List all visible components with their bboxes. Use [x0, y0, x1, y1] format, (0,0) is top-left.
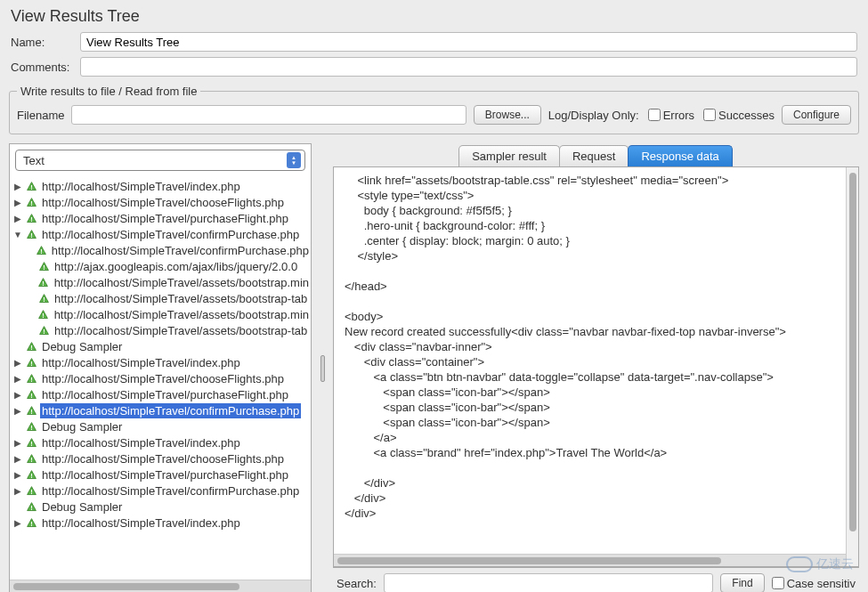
disclosure-icon[interactable]: ▶: [13, 438, 22, 448]
svg-text:!: !: [30, 471, 32, 479]
disclosure-icon[interactable]: ▶: [13, 182, 22, 191]
svg-text:!: !: [43, 311, 45, 319]
tree-item[interactable]: !http://localhost/SimpleTravel/assets/bo…: [10, 274, 311, 290]
disclosure-icon[interactable]: ▶: [13, 454, 22, 464]
svg-text:!: !: [30, 375, 32, 383]
tree-item[interactable]: !http://ajax.googleapis.com/ajax/libs/jq…: [10, 258, 311, 274]
filename-field[interactable]: [71, 105, 466, 125]
sample-success-icon: !: [25, 468, 37, 481]
disclosure-icon[interactable]: ▶: [13, 406, 22, 416]
successes-checkbox[interactable]: Successes: [703, 109, 775, 122]
tree-item[interactable]: ▼!http://localhost/SimpleTravel/confirmP…: [10, 226, 311, 242]
tree-item-label: http://localhost/SimpleTravel/index.php: [40, 179, 242, 194]
tree-item[interactable]: !http://localhost/SimpleTravel/assets/bo…: [10, 306, 311, 322]
panel-title: View Results Tree: [0, 0, 868, 29]
tab-response-data[interactable]: Response data: [628, 145, 732, 166]
tree-item[interactable]: ▶!http://localhost/SimpleTravel/purchase…: [10, 210, 311, 226]
sample-success-icon: !: [37, 260, 50, 272]
log-display-label: Log/Display Only:: [548, 109, 639, 122]
tree-item-label: http://localhost/SimpleTravel/confirmPur…: [40, 403, 301, 418]
sample-success-icon: !: [37, 324, 50, 337]
svg-text:!: !: [30, 359, 32, 367]
sample-success-icon: !: [25, 180, 37, 192]
errors-checkbox[interactable]: Errors: [648, 109, 694, 122]
tree-item-label: http://localhost/SimpleTravel/index.php: [40, 515, 242, 531]
tab-sampler-result[interactable]: Sampler result: [458, 145, 560, 166]
tree-item[interactable]: ▶!http://localhost/SimpleTravel/index.ph…: [10, 434, 311, 450]
dropdown-arrows-icon: ▲▼: [287, 152, 301, 168]
tree-item[interactable]: ▶!http://localhost/SimpleTravel/purchase…: [10, 386, 311, 402]
tree-item[interactable]: !Debug Sampler: [10, 338, 311, 354]
svg-text:!: !: [30, 231, 32, 239]
tab-request[interactable]: Request: [559, 145, 629, 166]
sample-success-icon: !: [37, 292, 50, 304]
disclosure-icon[interactable]: ▶: [13, 470, 22, 480]
svg-text:!: !: [30, 215, 32, 223]
file-fieldset: Write results to file / Read from file F…: [9, 85, 859, 134]
svg-text:!: !: [30, 455, 32, 463]
svg-text:!: !: [40, 247, 42, 255]
tree-item-label: http://localhost/SimpleTravel/chooseFlig…: [40, 195, 286, 210]
svg-text:!: !: [30, 182, 32, 191]
tree-item-label: http://localhost/SimpleTravel/purchaseFl…: [40, 211, 290, 226]
tree-item-label: http://localhost/SimpleTravel/chooseFlig…: [40, 451, 286, 466]
svg-text:!: !: [30, 519, 32, 527]
sample-success-icon: !: [25, 484, 37, 497]
search-label: Search:: [337, 577, 377, 590]
split-divider[interactable]: [319, 143, 326, 592]
response-scrollbar-h[interactable]: [334, 554, 846, 566]
tree-item[interactable]: ▶!http://localhost/SimpleTravel/purchase…: [10, 466, 311, 483]
sample-success-icon: !: [25, 372, 37, 385]
tree-item[interactable]: ▶!http://localhost/SimpleTravel/index.ph…: [10, 178, 311, 194]
disclosure-icon[interactable]: ▼: [13, 230, 22, 239]
tree-item[interactable]: ▶!http://localhost/SimpleTravel/chooseFl…: [10, 370, 311, 386]
tree-item[interactable]: !Debug Sampler: [10, 499, 311, 515]
disclosure-icon[interactable]: ▶: [13, 198, 22, 207]
disclosure-icon[interactable]: ▶: [13, 374, 22, 384]
tree-item[interactable]: ▶!http://localhost/SimpleTravel/confirmP…: [10, 483, 311, 499]
comments-field[interactable]: [80, 57, 857, 77]
results-tree-pane: Text ▲▼ ▶!http://localhost/SimpleTravel/…: [9, 143, 312, 592]
tree-item[interactable]: ▶!http://localhost/SimpleTravel/index.ph…: [10, 515, 311, 531]
disclosure-icon[interactable]: ▶: [13, 486, 22, 496]
response-scrollbar-v[interactable]: [846, 167, 858, 566]
tree-item-label: http://localhost/SimpleTravel/index.php: [40, 435, 242, 450]
sample-success-icon: !: [25, 420, 37, 433]
results-tree[interactable]: ▶!http://localhost/SimpleTravel/index.ph…: [10, 176, 311, 580]
svg-text:!: !: [30, 503, 32, 511]
tree-item[interactable]: !Debug Sampler: [10, 418, 311, 434]
disclosure-icon[interactable]: ▶: [13, 358, 22, 368]
tree-scrollbar-h[interactable]: [10, 580, 311, 592]
disclosure-icon[interactable]: ▶: [13, 518, 22, 528]
tree-item[interactable]: !http://localhost/SimpleTravel/assets/bo…: [10, 290, 311, 306]
case-sensitive-checkbox[interactable]: Case sensitiv: [772, 577, 856, 590]
tree-item[interactable]: ▶!http://localhost/SimpleTravel/confirmP…: [10, 402, 311, 418]
name-field[interactable]: [80, 32, 857, 52]
name-label: Name:: [11, 36, 75, 49]
sample-success-icon: !: [25, 500, 37, 513]
sample-success-icon: !: [25, 404, 37, 417]
tree-item[interactable]: ▶!http://localhost/SimpleTravel/chooseFl…: [10, 450, 311, 466]
svg-text:!: !: [30, 391, 32, 399]
tree-item-label: http://localhost/SimpleTravel/index.php: [40, 355, 242, 370]
svg-text:!: !: [30, 487, 32, 495]
tree-item[interactable]: ▶!http://localhost/SimpleTravel/index.ph…: [10, 354, 311, 370]
tree-item-label: http://localhost/SimpleTravel/chooseFlig…: [40, 371, 286, 386]
sample-success-icon: !: [36, 244, 47, 256]
disclosure-icon[interactable]: ▶: [13, 390, 22, 400]
search-input[interactable]: [384, 573, 714, 592]
disclosure-icon[interactable]: ▶: [13, 214, 22, 223]
response-body[interactable]: <link href="assets/bootstrap-table.css" …: [333, 166, 859, 567]
tree-item[interactable]: !http://localhost/SimpleTravel/confirmPu…: [10, 242, 311, 258]
tree-item[interactable]: ▶!http://localhost/SimpleTravel/chooseFl…: [10, 194, 311, 210]
tree-item[interactable]: !http://localhost/SimpleTravel/assets/bo…: [10, 322, 311, 338]
sample-success-icon: !: [25, 212, 37, 224]
view-type-select[interactable]: Text ▲▼: [15, 150, 305, 171]
svg-text:!: !: [43, 279, 45, 287]
configure-button[interactable]: Configure: [782, 105, 851, 125]
tree-item-label: http://localhost/SimpleTravel/purchaseFl…: [40, 467, 290, 483]
filename-label: Filename: [17, 109, 64, 122]
tree-item-label: http://localhost/SimpleTravel/confirmPur…: [40, 483, 301, 499]
find-button[interactable]: Find: [720, 573, 764, 592]
browse-button[interactable]: Browse...: [474, 105, 541, 125]
